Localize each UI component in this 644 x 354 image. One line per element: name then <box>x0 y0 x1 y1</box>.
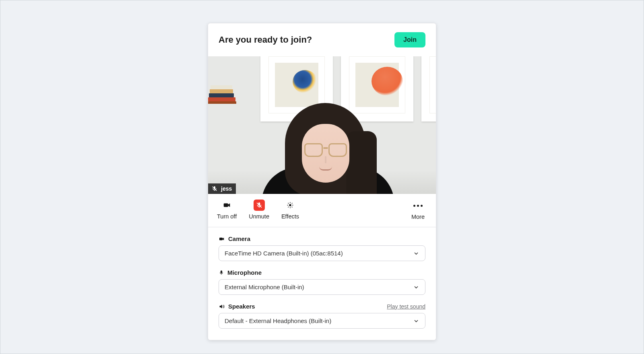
join-button[interactable]: Join <box>394 32 425 47</box>
sparkle-icon <box>285 200 296 211</box>
svg-rect-14 <box>219 237 223 240</box>
camera-toggle-button[interactable]: Turn off <box>217 200 237 220</box>
microphone-label: Microphone <box>227 269 262 276</box>
speakers-select[interactable]: Default - External Headphones (Built-in) <box>219 313 425 329</box>
test-sound-link[interactable]: Play test sound <box>387 303 425 310</box>
speakers-field: Speakers Play test sound Default - Exter… <box>219 303 425 329</box>
chevron-down-icon <box>413 250 419 257</box>
camera-select[interactable]: FaceTime HD Camera (Built-in) (05ac:8514… <box>219 245 425 261</box>
svg-line-11 <box>292 207 293 208</box>
camera-icon <box>221 200 233 211</box>
muted-mic-icon <box>211 185 218 192</box>
device-section: Camera FaceTime HD Camera (Built-in) (05… <box>208 227 436 340</box>
video-preview: jess <box>208 56 436 194</box>
self-view-avatar <box>285 103 365 194</box>
svg-line-13 <box>288 207 289 208</box>
microphone-small-icon <box>219 270 224 276</box>
action-bar: Turn off Unmute <box>208 194 436 227</box>
card-header: Are you ready to join? Join <box>208 23 436 56</box>
more-label: More <box>411 214 425 220</box>
speaker-small-icon <box>219 303 225 310</box>
svg-rect-2 <box>223 203 228 207</box>
participant-name: jess <box>221 185 232 192</box>
page-title: Are you ready to join? <box>219 35 312 45</box>
svg-rect-15 <box>221 270 222 273</box>
microphone-select[interactable]: External Microphone (Built-in) <box>219 279 425 295</box>
speakers-select-value: Default - External Headphones (Built-in) <box>225 317 331 324</box>
svg-line-12 <box>292 203 293 204</box>
svg-line-10 <box>288 203 289 204</box>
microphone-field: Microphone External Microphone (Built-in… <box>219 269 425 295</box>
camera-toggle-label: Turn off <box>217 213 237 220</box>
chevron-down-icon <box>413 318 419 324</box>
effects-button[interactable]: Effects <box>281 200 299 220</box>
mic-muted-icon <box>254 200 265 211</box>
mic-toggle-label: Unmute <box>249 213 269 220</box>
background-books <box>208 80 240 104</box>
mic-toggle-button[interactable]: Unmute <box>249 200 269 220</box>
background-frame-far <box>421 56 436 121</box>
camera-select-value: FaceTime HD Camera (Built-in) (05ac:8514… <box>225 250 343 257</box>
more-icon <box>413 200 423 211</box>
camera-small-icon <box>219 236 225 242</box>
more-button[interactable]: More <box>409 200 427 220</box>
speakers-label: Speakers <box>228 303 255 310</box>
prejoin-card: Are you ready to join? Join <box>208 23 436 340</box>
camera-field: Camera FaceTime HD Camera (Built-in) (05… <box>219 235 425 261</box>
effects-label: Effects <box>281 213 299 220</box>
participant-name-pill: jess <box>208 183 236 194</box>
microphone-select-value: External Microphone (Built-in) <box>225 284 304 290</box>
svg-point-5 <box>289 204 291 206</box>
chevron-down-icon <box>413 284 419 290</box>
camera-label: Camera <box>228 235 250 242</box>
